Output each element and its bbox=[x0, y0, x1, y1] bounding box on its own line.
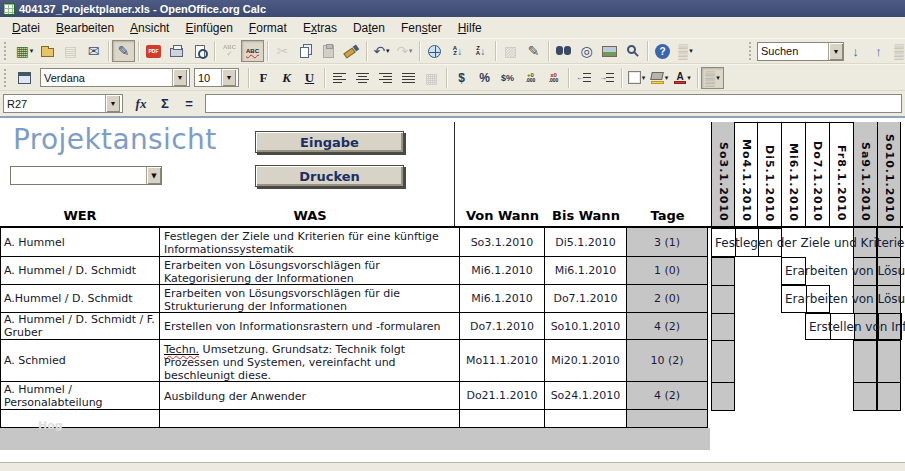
day-header-mo4[interactable]: Mo4.1.2010 bbox=[734, 122, 757, 226]
find-previous-button[interactable]: ↑ bbox=[867, 40, 890, 62]
day-header-mi6[interactable]: Mi6.1.2010 bbox=[781, 122, 805, 226]
increase-indent-button[interactable] bbox=[595, 67, 618, 89]
menu-extras[interactable]: Extras bbox=[295, 18, 345, 38]
cell-tage[interactable]: 3 (1) bbox=[627, 228, 708, 256]
cell-was[interactable] bbox=[160, 410, 460, 427]
cell-was[interactable]: Erarbeiten von Lösungsvorschlägen für Ka… bbox=[160, 257, 460, 284]
font-name-input[interactable] bbox=[41, 69, 172, 86]
menu-hilfe[interactable]: Hilfe bbox=[450, 18, 490, 38]
find-replace-button[interactable] bbox=[552, 40, 575, 62]
font-name-dropdown-button[interactable]: ▼ bbox=[172, 69, 187, 86]
toolbar-overflow-button[interactable]: ▒▾ bbox=[890, 40, 905, 62]
new-document-button[interactable]: ▦▾ bbox=[13, 40, 36, 62]
cell-wer[interactable]: A.Hummel / D. Schmidt bbox=[1, 285, 160, 312]
cell-tage[interactable]: 2 (0) bbox=[627, 285, 708, 312]
draw-functions-button[interactable]: ✎ bbox=[522, 40, 545, 62]
cell-wer[interactable]: A. Hummel / D. Schmidt bbox=[1, 257, 160, 284]
print-button[interactable] bbox=[165, 40, 188, 62]
menu-ansicht[interactable]: Ansicht bbox=[122, 18, 177, 38]
function-wizard-button[interactable]: fx bbox=[129, 96, 153, 112]
align-center-button[interactable] bbox=[351, 67, 374, 89]
cell-was[interactable]: Ausbildung der Anwender bbox=[160, 382, 460, 409]
menu-bearbeiten[interactable]: Bearbeiten bbox=[48, 18, 122, 38]
drucken-button[interactable]: Drucken bbox=[255, 165, 404, 187]
sort-descending-button[interactable]: ZA↓ bbox=[469, 40, 492, 62]
menu-fenster[interactable]: Fenster bbox=[393, 18, 450, 38]
cell-bis[interactable]: Mi6.1.2010 bbox=[545, 257, 627, 284]
toolbar-grip[interactable] bbox=[749, 42, 753, 60]
navigator-button[interactable]: ◎ bbox=[575, 40, 598, 62]
align-right-button[interactable] bbox=[374, 67, 397, 89]
cell-von[interactable]: So3.1.2010 bbox=[460, 228, 545, 256]
background-color-button[interactable]: ▾ bbox=[648, 67, 671, 89]
cell-von[interactable]: Mi6.1.2010 bbox=[460, 285, 545, 312]
cell-von[interactable]: Do21.1.2010 bbox=[460, 382, 545, 409]
menu-einfuegen[interactable]: Einfügen bbox=[177, 18, 240, 38]
project-select-combo[interactable]: ▼ bbox=[10, 166, 162, 185]
cell-bis[interactable]: So10.1.2010 bbox=[545, 313, 627, 339]
sum-button[interactable]: Σ bbox=[153, 96, 177, 111]
cell-reference-input[interactable] bbox=[4, 95, 105, 112]
cell-was[interactable]: Techn. Umsetzung. Grundsatz: Technik fol… bbox=[160, 340, 460, 381]
cell-von[interactable]: Do7.1.2010 bbox=[460, 313, 545, 339]
underline-button[interactable]: U bbox=[298, 67, 321, 89]
undo-button[interactable]: ↶▾ bbox=[370, 40, 393, 62]
day-header-di5[interactable]: Di5.1.2010 bbox=[757, 122, 781, 226]
font-size-dropdown-button[interactable]: ▼ bbox=[221, 69, 236, 86]
visible-buttons-button[interactable]: ▒▾ bbox=[674, 40, 697, 62]
cell-von[interactable] bbox=[460, 410, 545, 427]
cell-tage[interactable]: 4 (2) bbox=[627, 313, 708, 339]
day-header-sa9[interactable]: Sa9.1.2010 bbox=[853, 122, 877, 226]
cell-was[interactable]: Erarbeiten von Lösungsvorschlägen für di… bbox=[160, 285, 460, 312]
search-input[interactable] bbox=[758, 43, 828, 60]
standard-format-button[interactable]: $% bbox=[496, 67, 519, 89]
currency-format-button[interactable]: $ bbox=[450, 67, 473, 89]
cell-bis[interactable]: So24.1.2010 bbox=[545, 382, 627, 409]
font-color-button[interactable]: A▾ bbox=[671, 67, 694, 89]
cell-bis[interactable]: Do7.1.2010 bbox=[545, 285, 627, 312]
header-wer[interactable]: WER bbox=[0, 205, 160, 226]
edit-mode-button[interactable]: ✎ bbox=[112, 40, 135, 62]
day-header-fr8[interactable]: Fr8.1.2010 bbox=[829, 122, 853, 226]
cell-tage[interactable]: 10 (2) bbox=[627, 340, 708, 381]
add-decimal-button[interactable]: +0.000 bbox=[519, 67, 542, 89]
toolbar-grip[interactable] bbox=[4, 69, 9, 87]
decrease-indent-button[interactable] bbox=[572, 67, 595, 89]
input-line[interactable] bbox=[205, 94, 902, 113]
cell-was[interactable]: Erstellen von Informationsrastern und -f… bbox=[160, 313, 460, 339]
header-bis-wann[interactable]: Bis Wann bbox=[545, 205, 627, 226]
cell-wer[interactable] bbox=[1, 410, 160, 427]
toolbar-overflow-button[interactable]: ▒▾ bbox=[701, 67, 724, 89]
menu-format[interactable]: Format bbox=[241, 18, 295, 38]
toolbar-grip[interactable] bbox=[4, 42, 9, 60]
day-header-so3[interactable]: So3.1.2010 bbox=[711, 122, 734, 226]
cell-bis[interactable] bbox=[545, 410, 627, 427]
borders-button[interactable]: ▾ bbox=[625, 67, 648, 89]
cell-bis[interactable]: Di5.1.2010 bbox=[545, 228, 627, 256]
align-justify-button[interactable] bbox=[397, 67, 420, 89]
open-button[interactable] bbox=[36, 40, 59, 62]
copy-button[interactable] bbox=[294, 40, 317, 62]
day-header-do7[interactable]: Do7.1.2010 bbox=[805, 122, 829, 226]
italic-button[interactable]: K bbox=[275, 67, 298, 89]
cell-was[interactable]: Festlegen der Ziele und Kriterien für ei… bbox=[160, 228, 460, 256]
cell-wer[interactable]: A. Hummel bbox=[1, 228, 160, 256]
header-was[interactable]: WAS bbox=[160, 205, 460, 226]
find-next-button[interactable]: ↓ bbox=[844, 40, 867, 62]
help-button[interactable]: ? bbox=[651, 40, 674, 62]
autospellcheck-button[interactable]: ABC bbox=[241, 40, 264, 62]
bold-button[interactable]: F bbox=[252, 67, 275, 89]
project-select-dropdown-button[interactable]: ▼ bbox=[146, 167, 161, 184]
search-dropdown-button[interactable]: ▼ bbox=[828, 43, 843, 60]
menu-daten[interactable]: Daten bbox=[345, 18, 393, 38]
cell-wer[interactable]: A. Hummel / Personalabteilung bbox=[1, 382, 160, 409]
cell-tage[interactable]: 1 (0) bbox=[627, 257, 708, 284]
align-left-button[interactable] bbox=[328, 67, 351, 89]
cell-tage[interactable] bbox=[627, 410, 708, 427]
sort-ascending-button[interactable]: AZ↓ bbox=[446, 40, 469, 62]
name-box-dropdown-button[interactable]: ▼ bbox=[105, 95, 120, 112]
cell-tage[interactable]: 4 (2) bbox=[627, 382, 708, 409]
email-button[interactable]: ✉ bbox=[82, 40, 105, 62]
format-paintbrush-button[interactable] bbox=[340, 40, 363, 62]
zoom-button[interactable] bbox=[621, 40, 644, 62]
